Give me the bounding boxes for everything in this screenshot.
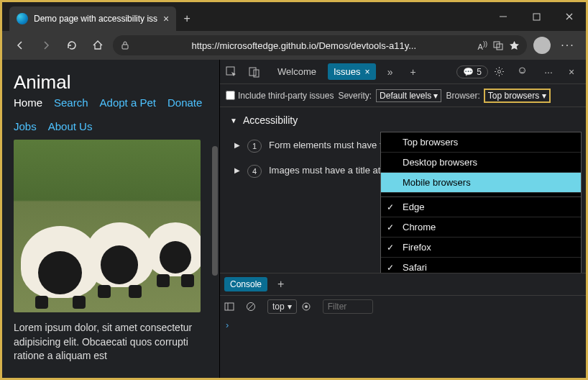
tab-close-icon[interactable]: × xyxy=(163,13,169,24)
prompt-icon: › xyxy=(226,320,229,330)
console-filter-input[interactable] xyxy=(323,299,373,314)
minimize-button[interactable] xyxy=(487,2,520,31)
issues-section-accessibility[interactable]: ▼ Accessibility xyxy=(220,107,586,133)
edge-icon xyxy=(17,13,28,24)
dropdown-browser-item[interactable]: ✓Safari xyxy=(381,258,581,273)
dropdown-browser-item[interactable]: ✓Firefox xyxy=(381,238,581,258)
feedback-icon[interactable] xyxy=(517,66,534,77)
close-window-button[interactable] xyxy=(553,2,586,31)
check-icon: ✓ xyxy=(387,222,394,232)
browser-label: Browser: xyxy=(446,91,479,101)
dropdown-group-item[interactable]: Top browsers xyxy=(381,132,581,153)
speech-icon: 💬 xyxy=(463,67,474,77)
dropdown-group-item[interactable]: Desktop browsers xyxy=(381,153,581,173)
check-icon: ✓ xyxy=(387,243,394,253)
drawer-new-tab[interactable]: + xyxy=(273,278,288,291)
new-tab-button[interactable]: + xyxy=(176,6,198,31)
nav-link[interactable]: Home xyxy=(14,96,42,109)
devtools-close-icon[interactable]: × xyxy=(563,66,580,78)
browser-select[interactable]: Top browsers ▾ xyxy=(484,89,550,102)
checkbox[interactable] xyxy=(226,91,235,100)
console-prompt[interactable]: › xyxy=(220,317,586,378)
browser-toolbar: https://microsoftedge.github.io/Demos/de… xyxy=(2,31,586,60)
severity-select[interactable]: Default levels ▾ xyxy=(376,89,441,102)
page-scrollbar[interactable] xyxy=(212,146,218,276)
nav-link[interactable]: Donate xyxy=(167,96,202,109)
app-menu-button[interactable]: ··· xyxy=(557,35,579,56)
page-body-text: Lorem ipsum dolor, sit amet consectetur … xyxy=(14,321,208,363)
inspect-icon[interactable] xyxy=(226,66,243,78)
rendered-page: Animal Home Search Adopt a Pet Donate Jo… xyxy=(2,60,219,378)
maximize-button[interactable] xyxy=(520,2,553,31)
site-info-icon[interactable] xyxy=(120,40,130,50)
console-toolbar: top ▾ xyxy=(220,295,586,317)
tab-welcome[interactable]: Welcome xyxy=(272,63,322,80)
clear-console-icon[interactable] xyxy=(246,302,263,312)
reader-icon[interactable]: A)) xyxy=(478,40,487,51)
drawer-tab-console[interactable]: Console xyxy=(224,277,267,291)
chevron-right-icon: ▶ xyxy=(234,141,240,149)
close-icon[interactable]: × xyxy=(365,67,370,77)
svg-line-15 xyxy=(248,304,254,309)
sidebar-toggle-icon[interactable] xyxy=(224,302,242,312)
tab-issues[interactable]: Issues × xyxy=(328,63,376,80)
issues-count-badge[interactable]: 💬 5 xyxy=(456,65,488,78)
issue-count: 4 xyxy=(247,165,262,178)
gear-icon[interactable] xyxy=(494,66,511,77)
dropdown-browser-item[interactable]: ✓Edge xyxy=(381,197,581,217)
nav-link[interactable]: Search xyxy=(54,96,88,109)
url-text: https://microsoftedge.github.io/Demos/de… xyxy=(136,40,472,51)
refresh-button[interactable] xyxy=(61,35,83,56)
issues-body: ▼ Accessibility ▶ 1 Form elements must h… xyxy=(220,107,586,273)
issues-filter-bar: Include third-party issues Severity: Def… xyxy=(220,84,586,107)
devtools-panel: Welcome Issues × » + 💬 5 ··· × xyxy=(219,60,586,378)
page-heading: Animal xyxy=(14,71,208,94)
chevron-right-icon[interactable]: » xyxy=(382,66,399,78)
dropdown-browser-item[interactable]: ✓Chrome xyxy=(381,217,581,238)
svg-rect-4 xyxy=(122,45,128,49)
tab-issues-label: Issues xyxy=(334,66,361,77)
svg-point-10 xyxy=(498,71,501,73)
live-expression-icon[interactable] xyxy=(301,302,318,312)
third-party-checkbox[interactable]: Include third-party issues xyxy=(226,91,334,101)
context-select[interactable]: top ▾ xyxy=(267,299,297,314)
nav-link[interactable]: Jobs xyxy=(14,120,37,132)
svg-point-17 xyxy=(305,305,308,308)
nav-link[interactable]: About Us xyxy=(48,120,93,132)
forward-button[interactable] xyxy=(35,35,57,56)
issue-count: 1 xyxy=(247,140,262,153)
more-icon[interactable]: ··· xyxy=(540,66,557,78)
devtools-tabstrip: Welcome Issues × » + 💬 5 ··· × xyxy=(220,60,586,84)
browser-tab[interactable]: Demo page with accessibility iss × xyxy=(9,6,176,31)
browser-dropdown: Top browsersDesktop browsersMobile brows… xyxy=(380,132,582,273)
nav-link[interactable]: Adopt a Pet xyxy=(100,96,156,109)
severity-label: Severity: xyxy=(338,91,372,101)
drawer-tabstrip: Console + xyxy=(220,273,586,295)
new-tab-icon[interactable]: + xyxy=(405,66,422,78)
devtools-drawer: Console + top ▾ › xyxy=(220,273,586,378)
back-button[interactable] xyxy=(9,35,31,56)
profile-avatar[interactable] xyxy=(531,35,553,56)
check-icon: ✓ xyxy=(387,202,394,212)
chevron-down-icon: ▾ xyxy=(288,302,292,312)
favorite-icon[interactable] xyxy=(509,40,520,51)
translate-icon[interactable] xyxy=(493,40,503,50)
address-bar[interactable]: https://microsoftedge.github.io/Demos/de… xyxy=(113,35,527,55)
svg-rect-1 xyxy=(533,14,540,20)
checkbox-label: Include third-party issues xyxy=(238,91,334,101)
check-icon: ✓ xyxy=(387,263,394,273)
svg-rect-8 xyxy=(249,68,256,76)
dropdown-group-item[interactable]: Mobile browsers xyxy=(381,173,581,193)
home-button[interactable] xyxy=(87,35,109,56)
chevron-right-icon: ▶ xyxy=(234,166,240,174)
chevron-down-icon: ▼ xyxy=(230,117,237,125)
svg-rect-12 xyxy=(225,303,234,310)
hero-image xyxy=(14,140,201,312)
badge-count: 5 xyxy=(477,67,482,77)
tab-title: Demo page with accessibility iss xyxy=(34,14,157,24)
window-controls xyxy=(487,2,586,31)
content-area: Animal Home Search Adopt a Pet Donate Jo… xyxy=(2,60,586,378)
window-titlebar: Demo page with accessibility iss × + xyxy=(2,2,586,31)
page-nav: Home Search Adopt a Pet Donate Jobs Abou… xyxy=(14,96,208,132)
device-toggle-icon[interactable] xyxy=(249,66,266,78)
